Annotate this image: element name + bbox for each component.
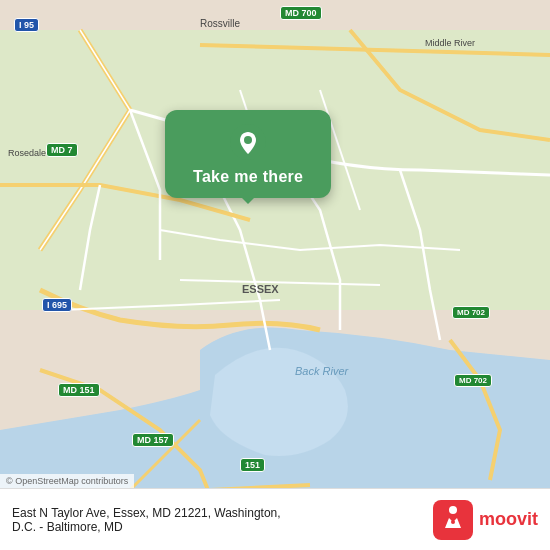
map-label-rosedale: Rosedale <box>8 148 46 158</box>
map-label-back-river: Back River <box>295 365 348 377</box>
info-bar: East N Taylor Ave, Essex, MD 21221, Wash… <box>0 488 550 550</box>
map-svg <box>0 0 550 550</box>
svg-point-5 <box>449 506 457 514</box>
location-pin-icon <box>230 124 266 160</box>
map-label-middle-river: Middle River <box>425 38 475 48</box>
map-label-essex: ESSEX <box>242 283 279 295</box>
popup-box: Take me there <box>165 110 331 198</box>
moovit-brand-name: moovit <box>479 509 538 530</box>
address-line2: D.C. - Baltimore, MD <box>12 520 433 534</box>
popup-container: Take me there <box>165 110 331 198</box>
map-background <box>0 0 550 550</box>
shield-i95: I 95 <box>14 18 39 32</box>
moovit-logo: moovit <box>433 500 538 540</box>
map-container: Rossville Middle River Rosedale ESSEX Ba… <box>0 0 550 550</box>
svg-point-6 <box>451 520 455 524</box>
copyright-text: © OpenStreetMap contributors <box>0 474 134 488</box>
shield-md700: MD 700 <box>280 6 322 20</box>
shield-151: 151 <box>240 458 265 472</box>
shield-md7: MD 7 <box>46 143 78 157</box>
shield-md157: MD 157 <box>132 433 174 447</box>
shield-i695: I 695 <box>42 298 72 312</box>
take-me-there-button[interactable]: Take me there <box>193 168 303 186</box>
shield-md702-bot: MD 702 <box>454 374 492 387</box>
shield-md702-top: MD 702 <box>452 306 490 319</box>
address-line1: East N Taylor Ave, Essex, MD 21221, Wash… <box>12 506 433 520</box>
shield-md151: MD 151 <box>58 383 100 397</box>
moovit-icon-svg <box>433 500 473 540</box>
map-label-rossville: Rossville <box>200 18 240 29</box>
svg-point-3 <box>244 136 252 144</box>
address-container: East N Taylor Ave, Essex, MD 21221, Wash… <box>12 506 433 534</box>
